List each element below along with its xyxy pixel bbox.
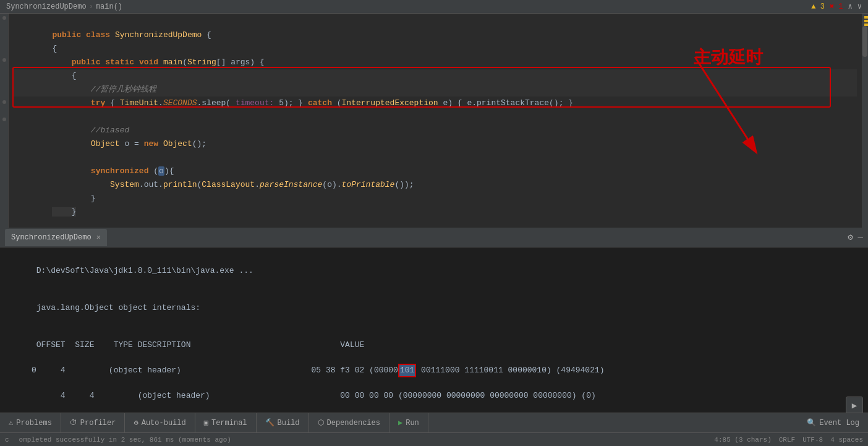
scroll-right-icon: ▶ — [852, 400, 857, 411]
tab-run[interactable]: ▶ Run — [389, 413, 428, 432]
build-label: Build — [278, 419, 300, 427]
terminal-label: Terminal — [211, 419, 247, 427]
breadcrumb: SynchronizedUpDemo › main() ▲ 3 ✖ 1 ∧ ∨ — [0, 0, 868, 14]
terminal-highlighted-value: 101 — [398, 364, 416, 377]
cursor-position: 4:85 (3 chars) — [714, 436, 771, 444]
code-line-9: Object o = new Object(); — [14, 124, 857, 137]
line-ending: CRLF — [779, 436, 795, 444]
status-right: 4:85 (3 chars) CRLF UTF-8 4 spaces — [714, 436, 863, 444]
settings-icon[interactable]: ⚙ — [848, 232, 853, 242]
run-play-icon: ▶ — [398, 418, 402, 427]
indent-setting: 4 spaces — [830, 436, 863, 444]
terminal-content: D:\devSoft\Java\jdk1.8.0_111\bin\java.ex… — [0, 247, 868, 420]
tab-dependencies[interactable]: ⬡ Dependencies — [309, 413, 389, 432]
tab-problems[interactable]: ⚠ Problems — [0, 413, 61, 432]
editor-area: SynchronizedUpDemo › main() ▲ 3 ✖ 1 ∧ ∨ … — [0, 0, 868, 228]
problems-icon: ⚠ — [9, 418, 13, 427]
color-indicator-warn — [864, 16, 868, 19]
nav-down-button[interactable]: ∨ — [857, 2, 862, 11]
code-line-11: synchronized (o){ — [14, 151, 857, 165]
tab-auto-build[interactable]: ⚙ Auto-build — [125, 413, 195, 432]
terminal-row-0: 0 4 (object header) 05 38 f3 02 (0000010… — [7, 364, 861, 377]
warn-count: ▲ 3 — [811, 2, 825, 11]
encoding: UTF-8 — [802, 436, 823, 444]
auto-build-label: Auto-build — [142, 419, 186, 427]
code-line-1: public class SynchronizedUpDemo { — [14, 15, 857, 28]
gutter-dot-1 — [2, 16, 6, 20]
terminal-columns: OFFSET SIZE TYPE DESCRIPTION VALUE — [7, 327, 861, 364]
scrollbar-thumb[interactable] — [862, 26, 867, 57]
status-bar: completed successfully in 2 sec, 861 ms … — [0, 432, 868, 446]
breadcrumb-method[interactable]: main() — [96, 2, 122, 11]
terminal-tab[interactable]: SynchronizedUpDemo ✕ — [5, 229, 107, 246]
right-scrollbar[interactable] — [862, 14, 868, 228]
profiler-label: Profiler — [80, 419, 116, 427]
search-icon: 🔍 — [807, 418, 816, 427]
tab-build[interactable]: 🔨 Build — [257, 413, 309, 432]
color-indicator-warn3 — [864, 24, 868, 26]
terminal-close-button[interactable]: ✕ — [96, 233, 101, 242]
terminal-tab-bar: SynchronizedUpDemo ✕ ⚙ — — [0, 228, 868, 247]
profiler-icon: ⏱ — [70, 418, 77, 427]
left-gutter-icons — [0, 14, 9, 228]
code-content: public class SynchronizedUpDemo { { publ… — [9, 14, 862, 228]
gutter-dot-3 — [2, 100, 6, 104]
dependencies-icon: ⬡ — [318, 418, 324, 427]
code-line-5: //暂停几秒钟线程 — [14, 69, 857, 83]
dependencies-label: Dependencies — [327, 419, 380, 427]
chinese-annotation: 主动延时 — [694, 51, 763, 64]
color-indicator-warn2 — [864, 20, 868, 22]
event-log-area[interactable]: 🔍 Event Log — [798, 413, 868, 432]
breadcrumb-separator: › — [89, 2, 93, 11]
event-log-label: Event Log — [819, 419, 859, 427]
terminal-section: SynchronizedUpDemo ✕ ⚙ — D:\devSoft\Java… — [0, 228, 868, 420]
terminal-icon: ▣ — [204, 418, 208, 427]
minimize-icon[interactable]: — — [858, 233, 863, 242]
terminal-command-line: D:\devSoft\Java\jdk1.8.0_111\bin\java.ex… — [7, 252, 861, 289]
status-message: c — [5, 436, 9, 444]
code-editor: public class SynchronizedUpDemo { { publ… — [0, 14, 868, 228]
build-icon: 🔨 — [265, 418, 274, 427]
warnings-bar: ▲ 3 ✖ 1 ∧ ∨ — [811, 2, 862, 11]
code-line-14: } — [14, 192, 857, 205]
err-count: ✖ 1 — [830, 2, 843, 11]
terminal-scroll-right[interactable]: ▶ — [846, 397, 863, 414]
code-line-8: //biased — [14, 110, 857, 124]
gutter-dot-2 — [2, 58, 6, 62]
gutter-dot-4 — [2, 118, 6, 121]
breadcrumb-file[interactable]: SynchronizedUpDemo — [6, 2, 87, 11]
terminal-header-line: java.lang.Object object internals: — [7, 289, 861, 327]
terminal-row-1: 4 4 (object header) 00 00 00 00 (0000000… — [7, 377, 861, 414]
tab-terminal[interactable]: ▣ Terminal — [195, 413, 257, 432]
auto-build-icon: ⚙ — [134, 418, 138, 427]
status-text: ompleted successfully in 2 sec, 861 ms (… — [19, 436, 231, 444]
bottom-tab-bar: ⚠ Problems ⏱ Profiler ⚙ Auto-build ▣ Ter… — [0, 413, 868, 432]
terminal-icons-right: ⚙ — — [848, 232, 863, 242]
nav-up-button[interactable]: ∧ — [848, 2, 853, 11]
run-label: Run — [406, 419, 419, 427]
terminal-tab-label: SynchronizedUpDemo — [11, 233, 91, 242]
tab-profiler[interactable]: ⏱ Profiler — [61, 413, 126, 432]
problems-label: Problems — [16, 419, 52, 427]
